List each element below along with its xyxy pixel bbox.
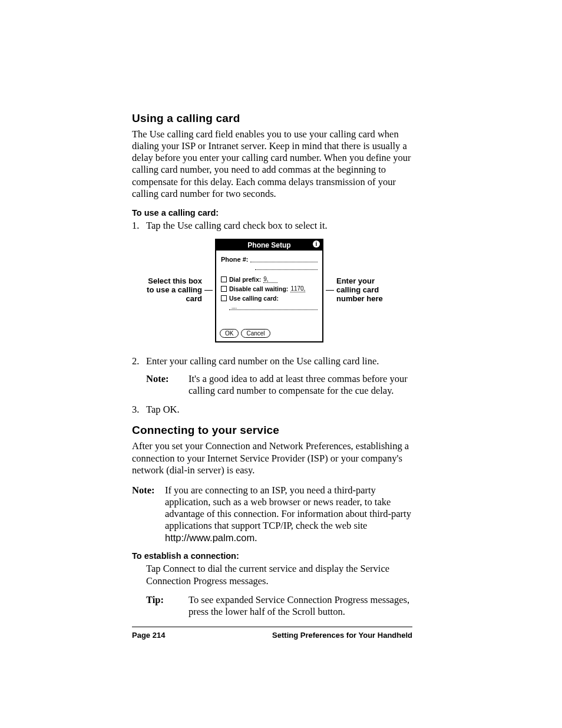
leader-line: [326, 290, 334, 291]
tip-label: Tip:: [146, 594, 189, 618]
note-tail: .: [254, 532, 257, 543]
tip-row: Tip: To see expanded Service Connection …: [146, 594, 412, 618]
footer-title: Setting Preferences for Your Handheld: [272, 631, 412, 640]
note-body: If you are connecting to an ISP, you nee…: [165, 485, 411, 531]
step-number: 1.: [132, 220, 146, 232]
callout-right: Enter your calling card number here: [336, 277, 393, 304]
note-row: Note: It's a good idea to add at least t…: [146, 373, 412, 397]
step-text: Tap OK.: [146, 404, 180, 416]
phone-number-row: Phone #:: [221, 256, 318, 263]
step-number: 2.: [132, 355, 146, 367]
subhead-use-calling-card: To use a calling card:: [132, 208, 412, 218]
step-text: Enter your calling card number on the Us…: [146, 355, 379, 367]
disable-cw-value[interactable]: 1170,: [290, 285, 305, 292]
note-label: Note:: [146, 373, 189, 397]
subhead-establish: To establish a connection:: [132, 551, 412, 561]
use-cc-row: Use calling card:: [221, 295, 318, 302]
phone-input[interactable]: [250, 256, 318, 262]
phone-setup-dialog: Phone Setup i Phone #: Dial prefix: 9,: [215, 239, 323, 342]
disable-cw-label: Disable call waiting:: [229, 285, 288, 292]
document-page: Using a calling card The Use calling car…: [0, 0, 562, 728]
callout-left: Select this box to use a calling card: [146, 277, 202, 304]
step-number: 3.: [132, 404, 146, 416]
cancel-button[interactable]: Cancel: [241, 329, 270, 338]
dialog-buttons: OK Cancel: [216, 315, 322, 341]
dial-prefix-value[interactable]: 9,: [263, 276, 277, 283]
note-text: If you are connecting to an ISP, you nee…: [165, 485, 412, 545]
note-label: Note:: [132, 485, 165, 545]
note-row-isp: Note: If you are connecting to an ISP, y…: [132, 485, 412, 545]
step-2: 2. Enter your calling card number on the…: [132, 355, 412, 367]
heading-connecting: Connecting to your service: [132, 424, 412, 437]
intro-paragraph: The Use calling card field enables you t…: [132, 129, 412, 200]
phone-setup-figure: Select this box to use a calling card Ph…: [126, 239, 412, 342]
step-3: 3. Tap OK.: [132, 404, 412, 416]
calling-card-input[interactable]: ,,,,: [229, 304, 318, 310]
ok-button[interactable]: OK: [220, 329, 239, 338]
page-number: Page 214: [132, 631, 165, 640]
dialog-titlebar: Phone Setup i: [216, 240, 322, 251]
step-1: 1. Tap the Use calling card check box to…: [132, 220, 412, 232]
use-cc-checkbox[interactable]: [221, 295, 227, 301]
connect-intro: After you set your Connection and Networ…: [132, 440, 412, 476]
disable-cw-row: Disable call waiting: 1170,: [221, 285, 318, 292]
dial-prefix-row: Dial prefix: 9,: [221, 276, 318, 283]
step-text: Tap the Use calling card check box to se…: [146, 220, 328, 232]
note-text: It's a good idea to add at least three c…: [189, 373, 412, 397]
dialog-body: Phone #: Dial prefix: 9, Disable call wa…: [216, 251, 322, 315]
leader-line: [204, 290, 213, 291]
dialog-title: Phone Setup: [247, 241, 290, 249]
url-text: http://www.palm.com: [165, 532, 254, 543]
establish-body: Tap Connect to dial the current service …: [146, 563, 412, 587]
dial-prefix-label: Dial prefix:: [229, 276, 261, 283]
phone-label: Phone #:: [221, 256, 248, 263]
tip-text: To see expanded Service Connection Progr…: [189, 594, 412, 618]
dial-prefix-checkbox[interactable]: [221, 276, 227, 282]
disable-cw-checkbox[interactable]: [221, 286, 227, 292]
page-footer: Page 214 Setting Preferences for Your Ha…: [132, 627, 412, 640]
info-icon[interactable]: i: [313, 241, 320, 248]
heading-calling-card: Using a calling card: [132, 112, 412, 125]
phone-input-line2[interactable]: [255, 263, 318, 270]
use-cc-label: Use calling card:: [229, 295, 279, 302]
